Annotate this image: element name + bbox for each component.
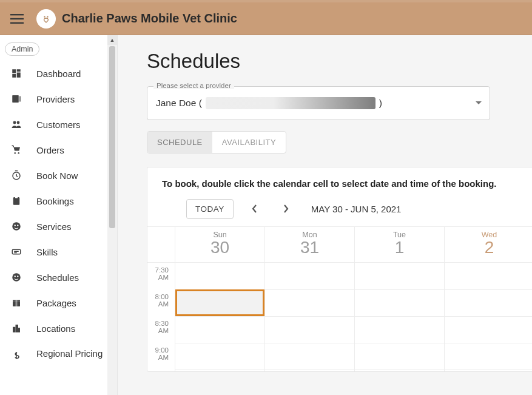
- svg-point-20: [15, 225, 16, 226]
- svg-rect-30: [16, 325, 19, 333]
- next-week-button[interactable]: [276, 198, 297, 219]
- sidebar-item-label: Bookings: [36, 196, 74, 206]
- sidebar-item-label: Skills: [36, 247, 58, 257]
- sidebar-item-providers[interactable]: Providers: [2, 86, 107, 112]
- app-bar: Charlie Paws Mobile Vet Clinic: [0, 2, 532, 35]
- schedules-icon: [10, 272, 23, 283]
- sidebar-item-packages[interactable]: Packages: [2, 290, 107, 316]
- today-button[interactable]: TODAY: [186, 199, 234, 219]
- time-column: 7:30 AM 8:00 AM 8:30 AM 9:00 AM: [147, 263, 175, 371]
- main-content: Schedules Please select a provider Jane …: [118, 35, 532, 395]
- svg-point-5: [47, 16, 48, 17]
- prev-week-button[interactable]: [244, 198, 265, 219]
- sidebar-item-schedules[interactable]: Schedules: [2, 265, 107, 290]
- svg-rect-8: [17, 73, 21, 78]
- calendar-range: MAY 30 - JUN 5, 2021: [311, 204, 402, 214]
- svg-rect-1: [10, 18, 24, 19]
- day-date: 30: [210, 238, 229, 257]
- sidebar-scrollbar[interactable]: ▲: [107, 35, 117, 395]
- sidebar-item-label: Book Now: [36, 170, 78, 181]
- calendar-col-mon[interactable]: [265, 263, 355, 371]
- tab-availability[interactable]: AVAILABILITY: [212, 132, 286, 153]
- skills-icon: [10, 246, 23, 257]
- svg-point-21: [17, 225, 18, 226]
- sidebar-item-orders[interactable]: Orders: [2, 137, 107, 163]
- tab-schedule[interactable]: SCHEDULE: [147, 132, 212, 153]
- provider-name-suffix: ): [379, 98, 382, 109]
- svg-rect-11: [19, 96, 21, 102]
- svg-point-24: [15, 275, 16, 277]
- page-title: Schedules: [147, 50, 532, 73]
- booking-instruction: To book, double click the calendar cell …: [162, 178, 520, 189]
- time-label: 7:30 AM: [147, 266, 169, 281]
- sidebar-item-label: Providers: [36, 94, 75, 104]
- sidebar-item-bookings[interactable]: Bookings: [2, 188, 107, 214]
- calendar-grid: Sun 30 Mon 31 Tue 1 Wed 2: [147, 226, 532, 371]
- calendar-col-tue[interactable]: [355, 263, 445, 371]
- svg-rect-2: [10, 22, 24, 23]
- svg-rect-31: [18, 328, 20, 333]
- svg-rect-10: [12, 95, 19, 103]
- sidebar-item-label: Regional Pricing: [36, 348, 103, 360]
- pricing-icon: [10, 348, 23, 362]
- sidebar-item-label: Customers: [36, 120, 81, 130]
- svg-rect-0: [10, 14, 24, 15]
- time-label: 9:00 AM: [147, 346, 169, 361]
- calendar-col-wed[interactable]: [445, 263, 532, 371]
- services-icon: [10, 221, 23, 232]
- hamburger-icon: [10, 14, 24, 24]
- svg-point-4: [44, 16, 45, 17]
- provider-select-value: Jane Doe ( ): [156, 97, 382, 109]
- day-header-mon: Mon 31: [265, 227, 355, 262]
- app-logo-icon: [36, 9, 56, 29]
- sidebar-item-services[interactable]: Services: [2, 214, 107, 239]
- day-header-wed: Wed 2: [445, 227, 532, 262]
- svg-rect-17: [13, 197, 20, 205]
- svg-point-12: [13, 121, 16, 124]
- chevron-left-icon: [252, 204, 257, 213]
- booknow-icon: [10, 170, 23, 181]
- svg-point-15: [18, 152, 19, 154]
- svg-point-25: [17, 275, 18, 277]
- svg-point-13: [17, 121, 20, 124]
- customers-icon: [10, 119, 23, 130]
- scrollbar-thumb[interactable]: [109, 46, 115, 228]
- menu-toggle-button[interactable]: [4, 5, 30, 32]
- sidebar-item-label: Services: [36, 221, 72, 232]
- day-header-sun: Sun 30: [175, 227, 265, 262]
- day-date: 1: [395, 238, 405, 257]
- schedule-tabs: SCHEDULE AVAILABILITY: [147, 131, 286, 154]
- sidebar-item-pricing[interactable]: Regional Pricing: [2, 341, 107, 369]
- day-date: 31: [300, 238, 319, 257]
- sidebar-item-label: Dashboard: [36, 69, 81, 79]
- scrollbar-up-icon[interactable]: ▲: [107, 35, 117, 45]
- time-label: 8:30 AM: [147, 320, 169, 334]
- sidebar-item-dashboard[interactable]: Dashboard: [2, 61, 107, 86]
- provider-select[interactable]: Please select a provider Jane Doe ( ): [147, 86, 490, 120]
- provider-redacted-segment: [206, 97, 375, 109]
- svg-point-19: [12, 222, 21, 231]
- locations-icon: [10, 323, 23, 334]
- svg-rect-9: [12, 74, 16, 78]
- calendar-col-sun[interactable]: [175, 263, 265, 371]
- calendar-toolbar: TODAY MAY 30 - JUN 5, 2021: [162, 198, 520, 219]
- sidebar-item-label: Schedules: [36, 272, 79, 283]
- providers-icon: [10, 93, 23, 104]
- dashboard-icon: [10, 68, 23, 79]
- svg-point-14: [14, 152, 16, 154]
- provider-select-legend: Please select a provider: [153, 82, 234, 89]
- svg-rect-7: [17, 69, 21, 72]
- sidebar-item-skills[interactable]: Skills: [2, 239, 107, 265]
- svg-rect-29: [13, 327, 16, 333]
- orders-icon: [10, 144, 23, 155]
- calendar-selection[interactable]: [175, 289, 264, 316]
- sidebar-item-customers[interactable]: Customers: [2, 112, 107, 137]
- time-label: 8:00 AM: [147, 293, 169, 308]
- sidebar-item-locations[interactable]: Locations: [2, 316, 107, 341]
- app-title: Charlie Paws Mobile Vet Clinic: [62, 12, 237, 25]
- time-column-header: [147, 227, 175, 262]
- svg-point-23: [12, 273, 21, 282]
- chevron-right-icon: [283, 204, 289, 213]
- sidebar-item-booknow[interactable]: Book Now: [2, 163, 107, 188]
- svg-rect-6: [12, 69, 16, 73]
